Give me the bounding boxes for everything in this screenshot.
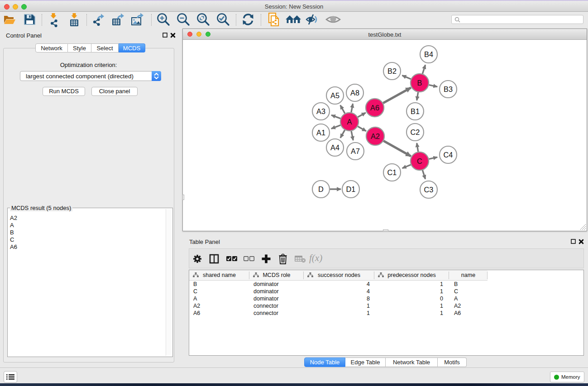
svg-text:A6: A6 — [370, 104, 379, 112]
svg-text:A7: A7 — [351, 147, 360, 155]
svg-text:C3: C3 — [424, 186, 434, 194]
svg-text:A3: A3 — [316, 107, 325, 115]
svg-text:D: D — [318, 185, 324, 193]
svg-text:A: A — [347, 118, 352, 126]
svg-text:A8: A8 — [350, 89, 359, 97]
svg-text:D1: D1 — [346, 185, 356, 193]
svg-text:A4: A4 — [330, 143, 339, 152]
svg-text:A5: A5 — [330, 91, 339, 100]
svg-text:B: B — [417, 79, 422, 87]
svg-text:B2: B2 — [387, 67, 397, 75]
svg-text:B4: B4 — [424, 50, 433, 58]
svg-text:C4: C4 — [444, 151, 453, 159]
svg-text:C2: C2 — [411, 128, 420, 136]
svg-text:C1: C1 — [387, 168, 397, 176]
svg-text:A1: A1 — [316, 129, 325, 137]
svg-text:A2: A2 — [371, 132, 380, 140]
svg-text:B1: B1 — [411, 107, 420, 115]
svg-text:B3: B3 — [444, 85, 453, 93]
svg-text:C: C — [417, 157, 422, 165]
